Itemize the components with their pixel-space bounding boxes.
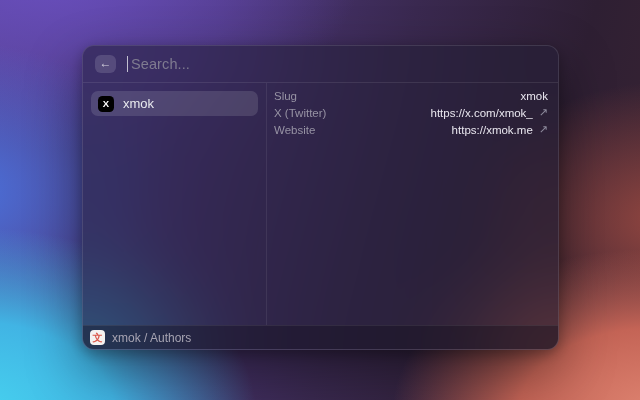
metadata-label: Slug	[274, 90, 297, 102]
list-item-label: xmok	[123, 96, 154, 111]
search-bar: ← Search...	[83, 46, 558, 83]
list-item-xmok[interactable]: X xmok	[91, 91, 258, 116]
detail-metadata-panel: Slug xmok X (Twitter) https://x.com/xmok…	[267, 83, 558, 325]
external-link-icon: ↗	[539, 123, 548, 136]
search-input[interactable]: Search...	[131, 56, 190, 72]
results-list: X xmok	[83, 83, 267, 325]
back-button[interactable]: ←	[95, 55, 116, 73]
website-link[interactable]: https://xmok.me ↗	[452, 123, 548, 136]
footer-bar: 文 xmok / Authors	[83, 325, 558, 349]
website-url: https://xmok.me	[452, 124, 533, 136]
twitter-url: https://x.com/xmok_	[431, 107, 533, 119]
metadata-row-website: Website https://xmok.me ↗	[274, 121, 548, 138]
metadata-label: Website	[274, 124, 315, 136]
command-palette-window: ← Search... X xmok Slug xmok X (Twitter)…	[82, 45, 559, 350]
external-link-icon: ↗	[539, 106, 548, 119]
metadata-row-twitter: X (Twitter) https://x.com/xmok_ ↗	[274, 104, 548, 121]
slug-value: xmok	[521, 90, 548, 102]
metadata-label: X (Twitter)	[274, 107, 326, 119]
x-logo-icon: X	[98, 96, 114, 112]
breadcrumb: xmok / Authors	[112, 331, 191, 345]
text-caret	[127, 56, 128, 72]
extension-icon: 文	[90, 330, 105, 345]
content-area: X xmok Slug xmok X (Twitter) https://x.c…	[83, 83, 558, 325]
metadata-value: xmok	[521, 90, 548, 102]
twitter-link[interactable]: https://x.com/xmok_ ↗	[431, 106, 548, 119]
metadata-row-slug: Slug xmok	[274, 87, 548, 104]
